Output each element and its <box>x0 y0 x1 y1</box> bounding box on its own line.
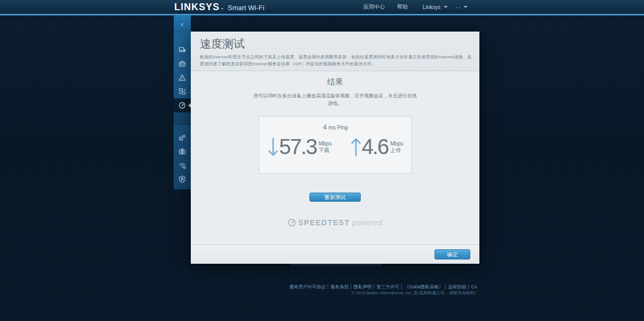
download-unit: Mbps <box>319 141 331 147</box>
ping-row: 4ms Ping <box>259 117 412 132</box>
nav-help-label: 帮助 <box>397 3 408 11</box>
results-summary: 您可以同时在多台设备上播放高清流媒体视频，召开视频会议，并且进行在线游戏。 <box>252 93 418 107</box>
upload-arrow-icon <box>350 136 362 158</box>
sidebar-item-parental-controls[interactable] <box>174 71 191 85</box>
header-accent-line <box>0 14 644 16</box>
top-header: LINKSYS™ Smart Wi-Fi 应用中心 帮助 Linksys - - <box>0 0 644 14</box>
footer-copyright: © 2019 Belkin International, Inc. 及/或其附属… <box>352 290 479 296</box>
results-card: 4ms Ping 57.3 Mbps 下载 <box>259 116 412 174</box>
chevron-left-icon: ‹ <box>181 19 184 28</box>
nav-app-center-label: 应用中心 <box>363 3 385 11</box>
footer-link-ca[interactable]: CA <box>468 284 479 289</box>
sidebar-item-troubleshooting[interactable] <box>174 144 191 158</box>
page-background: LINKSYS™ Smart Wi-Fi 应用中心 帮助 Linksys - -… <box>0 0 644 321</box>
sidebar-group-settings <box>174 125 191 186</box>
sidebar-item-connectivity[interactable] <box>174 131 191 144</box>
download-units: Mbps 下载 <box>319 140 331 154</box>
trademark-mark: ™ <box>220 7 223 11</box>
linksys-logo: LINKSYS™ Smart Wi-Fi <box>174 2 265 13</box>
sidebar-group-main <box>174 32 191 112</box>
dialog-body: 结果 您可以同时在多台设备上播放高清流媒体视频，召开视频会议，并且进行在线游戏。… <box>191 71 479 244</box>
nav-help[interactable]: 帮助 <box>397 0 408 14</box>
download-result: 57.3 Mbps 下载 <box>267 135 331 158</box>
warning-triangle-icon <box>179 74 186 81</box>
nav-router-menu[interactable]: - - <box>455 0 468 14</box>
background-page-edge <box>290 264 382 266</box>
camera-icon <box>179 148 186 155</box>
dialog-title: 速度测试 <box>200 36 245 51</box>
dialog-description: 检测在Internet和您主节点之间的下载及上传速度。速度会因许多因素而各异，包… <box>200 54 472 68</box>
footer-link-remote-assist[interactable]: 远程协助 <box>445 284 468 289</box>
ping-value: 4 <box>323 123 327 131</box>
briefcase-icon <box>179 60 186 67</box>
speed-test-dialog: × 速度测试 检测在Internet和您主节点之间的下载及上传速度。速度会因许多… <box>191 32 479 264</box>
brand-text: LINKSYS <box>174 2 220 13</box>
chevron-down-icon <box>444 6 448 8</box>
download-value: 57.3 <box>279 136 316 157</box>
dialog-header: 速度测试 检测在Internet和您主节点之间的下载及上传速度。速度会因许多因素… <box>191 32 479 71</box>
shield-icon <box>179 175 186 183</box>
sidebar-item-wireless[interactable] <box>174 158 191 172</box>
upload-result: 4.6 Mbps 上传 <box>350 135 404 158</box>
chevron-down-icon <box>463 6 468 8</box>
nav-app-center[interactable]: 应用中心 <box>363 0 385 14</box>
sidebar-item-network-map[interactable] <box>174 43 191 57</box>
download-label: 下载 <box>319 147 329 153</box>
download-arrow-icon <box>267 136 279 158</box>
upload-units: Mbps 上传 <box>390 140 403 154</box>
dialog-footer: 确定 <box>191 244 479 264</box>
footer-link-terms[interactable]: 服务条款 <box>328 284 351 289</box>
ping-unit: ms Ping <box>329 125 348 131</box>
footer-link-eula[interactable]: 最终用户许可协议 <box>287 284 328 289</box>
nav-account-menu[interactable]: Linksys <box>423 0 448 14</box>
upload-unit: Mbps <box>390 141 403 147</box>
sidebar: ‹ <box>174 16 191 189</box>
speedtest-gauge-icon <box>288 218 296 227</box>
wifi-icon <box>179 162 186 169</box>
sidebar-item-security[interactable] <box>174 172 191 186</box>
results-heading: 结果 <box>191 77 479 87</box>
gears-icon <box>179 134 186 141</box>
nav-account-label: Linksys <box>423 4 440 10</box>
footer-link-ookla-privacy[interactable]: 《Ookla隐私策略》 <box>401 284 445 289</box>
footer-link-thirdparty[interactable]: 第三方许可 <box>374 284 401 289</box>
upload-value: 4.6 <box>362 136 389 157</box>
speeds-row: 57.3 Mbps 下载 4.6 Mbps 上传 <box>259 135 412 158</box>
sidebar-item-media-prioritization[interactable] <box>174 85 191 98</box>
speedtest-powered-text: powered <box>352 218 383 227</box>
sidebar-back-button[interactable]: ‹ <box>174 16 191 32</box>
sidebar-item-guest-access[interactable] <box>174 57 191 71</box>
upload-label: 上传 <box>390 147 401 153</box>
speedtest-logo: SPEEDTEST powered <box>191 218 479 227</box>
devices-icon <box>179 46 186 54</box>
product-text: Smart Wi-Fi <box>228 4 265 12</box>
media-prioritization-icon <box>179 88 186 95</box>
sidebar-item-speed-test[interactable] <box>174 98 191 112</box>
speedometer-icon <box>179 102 186 109</box>
retest-button[interactable]: 重新测试 <box>309 193 361 202</box>
nav-router-label: - - <box>455 4 460 10</box>
footer-link-privacy[interactable]: 隐私声明 <box>351 284 374 289</box>
ok-button[interactable]: 确定 <box>434 249 470 259</box>
sidebar-divider <box>174 112 191 125</box>
speedtest-brand-text: SPEEDTEST <box>298 218 350 227</box>
